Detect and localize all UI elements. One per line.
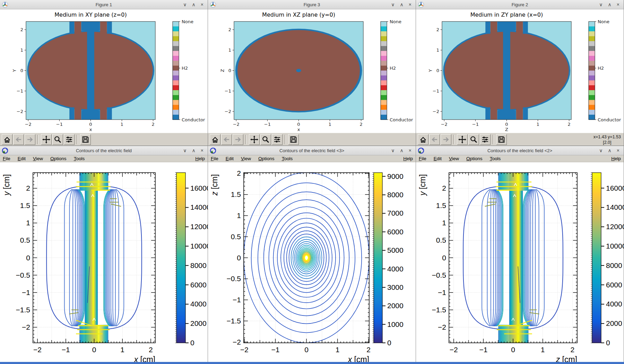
window-figure-1: Figure 1 ∨ ∧ × Medium in XY plane (z=0)−…	[0, 0, 208, 146]
window-contours-2: Contours of the electric field <2> ∨ ∧ ×…	[416, 146, 624, 362]
menu-options[interactable]: Options	[50, 156, 67, 161]
svg-text:0: 0	[304, 346, 309, 354]
svg-text:Y: Y	[12, 69, 17, 72]
home-button[interactable]	[2, 134, 12, 145]
root-canvas[interactable]: −2−1012−2−1.5−1−0.500.511.52z [cm]y [cm]…	[416, 162, 624, 362]
svg-text:0: 0	[442, 254, 446, 262]
configure-button[interactable]	[64, 134, 75, 145]
back-button[interactable]	[429, 134, 440, 145]
figure-canvas[interactable]: Medium in ZY plane (x=0)−2−1012−2−1012ZY…	[416, 9, 624, 133]
figure-canvas[interactable]: Medium in XY plane (z=0)−2−1012−2−1012xY…	[0, 9, 208, 133]
forward-button[interactable]	[25, 134, 35, 145]
titlebar[interactable]: Contours of the electric field ∨ ∧ ×	[0, 146, 208, 155]
pan-button[interactable]	[457, 134, 468, 145]
titlebar[interactable]: Figure 3 ∨ ∧ ×	[208, 0, 416, 9]
titlebar[interactable]: Contours of the electric field <3> ∨ ∧ ×	[208, 146, 416, 155]
maximize-icon[interactable]: ∧	[400, 0, 404, 9]
back-button[interactable]	[13, 134, 24, 145]
save-button[interactable]	[288, 134, 299, 145]
contour-plot-svg: −2−1012−2−1.5−1−0.500.511.52x [cm]y [cm]…	[0, 162, 208, 362]
maximize-icon[interactable]: ∧	[400, 146, 404, 155]
window-figure-2: Figure 2 ∨ ∧ × Medium in ZY plane (x=0)−…	[416, 0, 624, 146]
pan-button[interactable]	[41, 134, 52, 145]
configure-button[interactable]	[480, 134, 491, 145]
svg-text:0: 0	[505, 122, 508, 127]
titlebar[interactable]: Figure 2 ∨ ∧ ×	[416, 0, 624, 9]
menu-help[interactable]: Help	[403, 156, 413, 161]
svg-text:2: 2	[20, 27, 23, 32]
menu-edit[interactable]: Edit	[434, 156, 442, 161]
titlebar[interactable]: Figure 1 ∨ ∧ ×	[0, 0, 208, 9]
menu-options[interactable]: Options	[466, 156, 483, 161]
menu-edit[interactable]: Edit	[18, 156, 26, 161]
menu-options[interactable]: Options	[258, 156, 275, 161]
svg-text:−1: −1	[479, 346, 487, 354]
zoom-button[interactable]	[52, 134, 63, 145]
root-canvas[interactable]: −2−1012−2−1.5−1−0.500.511.52x [cm]y [cm]…	[0, 162, 208, 362]
close-icon[interactable]: ×	[409, 146, 411, 155]
minimize-icon[interactable]: ∨	[391, 0, 395, 9]
minimize-icon[interactable]: ∨	[391, 146, 395, 155]
svg-text:H2: H2	[390, 66, 396, 71]
minimize-icon[interactable]: ∨	[599, 0, 603, 9]
svg-text:0: 0	[20, 68, 23, 73]
svg-text:1.5: 1.5	[436, 201, 446, 209]
menu-tools[interactable]: Tools	[490, 156, 501, 161]
close-icon[interactable]: ×	[409, 0, 411, 9]
save-button[interactable]	[496, 134, 507, 145]
save-button[interactable]	[80, 134, 91, 145]
svg-text:1: 1	[120, 122, 123, 127]
minimize-icon[interactable]: ∨	[599, 146, 603, 155]
menu-view[interactable]: View	[241, 156, 251, 161]
zoom-button[interactable]	[260, 134, 271, 145]
close-icon[interactable]: ×	[201, 0, 203, 9]
forward-icon	[26, 135, 34, 144]
svg-text:1.5: 1.5	[20, 201, 30, 209]
close-icon[interactable]: ×	[201, 146, 203, 155]
menu-view[interactable]: View	[449, 156, 459, 161]
menu-file[interactable]: File	[211, 156, 218, 161]
maximize-icon[interactable]: ∧	[192, 146, 196, 155]
configure-button[interactable]	[272, 134, 283, 145]
menu-help[interactable]: Help	[195, 156, 205, 161]
matplotlib-icon	[210, 1, 216, 8]
menu-help[interactable]: Help	[611, 156, 621, 161]
svg-text:−2: −2	[233, 338, 241, 346]
svg-text:−1: −1	[472, 122, 479, 127]
zoom-button[interactable]	[468, 134, 479, 145]
maximize-icon[interactable]: ∧	[608, 146, 612, 155]
home-button[interactable]	[418, 134, 428, 145]
taskbar-strip	[0, 362, 624, 364]
minimize-icon[interactable]: ∨	[183, 0, 187, 9]
menu-view[interactable]: View	[33, 156, 43, 161]
minimize-icon[interactable]: ∨	[183, 146, 187, 155]
menu-file[interactable]: File	[419, 156, 426, 161]
maximize-icon[interactable]: ∧	[192, 0, 196, 9]
close-icon[interactable]: ×	[617, 146, 619, 155]
svg-text:2: 2	[237, 169, 241, 177]
svg-text:4000: 4000	[387, 265, 404, 273]
menu-tools[interactable]: Tools	[282, 156, 293, 161]
back-button[interactable]	[221, 134, 232, 145]
svg-text:z [cm]: z [cm]	[210, 174, 219, 196]
root-canvas[interactable]: −2−1012−2−1.5−1−0.500.511.52x [cm]z [cm]…	[208, 162, 416, 362]
menu-file[interactable]: File	[3, 156, 10, 161]
maximize-icon[interactable]: ∧	[608, 0, 612, 9]
svg-text:2: 2	[152, 122, 155, 127]
svg-text:Medium in XY plane (z=0): Medium in XY plane (z=0)	[54, 11, 127, 18]
window-title: Figure 3	[208, 2, 416, 7]
home-button[interactable]	[210, 134, 220, 145]
menu-tools[interactable]: Tools	[74, 156, 85, 161]
forward-button[interactable]	[233, 134, 243, 145]
pan-button[interactable]	[249, 134, 260, 145]
root-icon	[418, 147, 424, 154]
figure-canvas[interactable]: Medium in XZ plane (y=0)−2−1012−2−1012xZ…	[208, 9, 416, 133]
medium-plot-svg: Medium in XY plane (z=0)−2−1012−2−1012xY…	[0, 9, 208, 133]
titlebar[interactable]: Contours of the electric field <2> ∨ ∧ ×	[416, 146, 624, 155]
forward-button[interactable]	[441, 134, 451, 145]
svg-text:1: 1	[328, 122, 331, 127]
close-icon[interactable]: ×	[617, 0, 619, 9]
menu-edit[interactable]: Edit	[226, 156, 234, 161]
svg-text:6000: 6000	[606, 281, 622, 289]
svg-text:−2: −2	[17, 109, 23, 114]
